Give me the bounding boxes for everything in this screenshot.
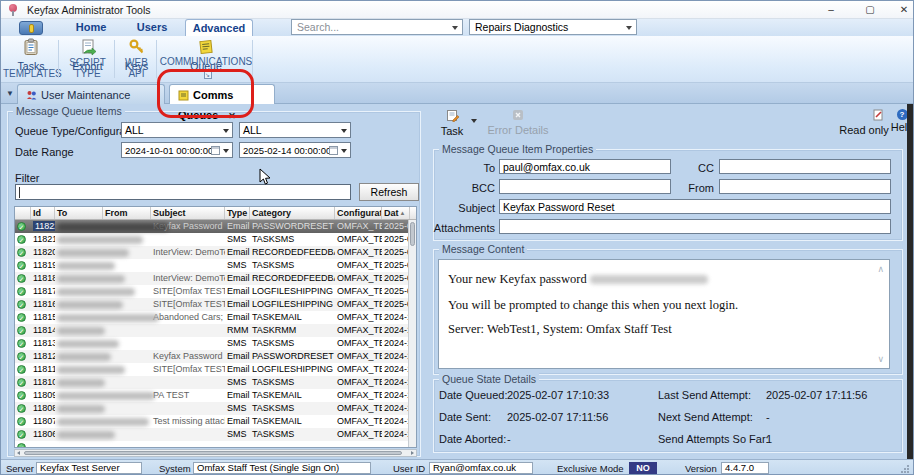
- grid-row[interactable]: ✓11817SITE[Omfax TEST] C...EmailLOGFILES…: [15, 285, 410, 298]
- redacted-recipient: [57, 418, 149, 426]
- next-send-value: -: [766, 411, 770, 423]
- ribbon: Tasks TEMPLATES Export SCRIPT TYPE Keys …: [1, 36, 914, 83]
- redacted-recipient: [57, 262, 115, 270]
- col-date[interactable]: Dat▲: [382, 207, 410, 219]
- system-value: Omfax Staff Test (Single Sign On): [193, 462, 371, 474]
- tab-advanced[interactable]: Advanced: [185, 19, 253, 36]
- grid-row[interactable]: ✓11807Test missing attachm...EmailTASKEM…: [15, 415, 410, 428]
- col-configuration[interactable]: Configurat...: [335, 207, 382, 219]
- subject-field[interactable]: Keyfax Password Reset: [499, 199, 891, 214]
- group-title: Message Queue Items: [13, 105, 125, 117]
- grid-row[interactable]: ✓11822Keyfax Password ResetEmailPASSWORD…: [15, 220, 410, 233]
- date-to-picker[interactable]: 2025-02-14 00:00:00: [239, 142, 351, 158]
- refresh-button[interactable]: Refresh: [359, 183, 419, 201]
- col-type[interactable]: Type: [225, 207, 250, 219]
- message-content-box[interactable]: Your new Keyfax password You will be pro…: [438, 259, 890, 369]
- scroll-left-icon[interactable]: [17, 451, 20, 455]
- group-caption-templates: TEMPLATES: [3, 68, 59, 79]
- dialog-launcher-icon[interactable]: ↘: [204, 71, 212, 79]
- tab-user-maintenance[interactable]: User Maintenance: [17, 84, 165, 104]
- error-details-button[interactable]: Error Details: [483, 109, 553, 136]
- grid-row[interactable]: ✓11819SMSTASKSMSOMFAX_TEST2025-02: [15, 259, 410, 272]
- grid-vertical-scrollbar[interactable]: [408, 220, 416, 448]
- grid-row[interactable]: ✓11806SMSTASKSMSOMFAX_TE...2024-11: [15, 428, 410, 441]
- maximize-button[interactable]: ▢: [857, 3, 883, 17]
- scrollbar-thumb[interactable]: [410, 222, 415, 246]
- redacted-recipient: [57, 379, 105, 387]
- scroll-right-icon[interactable]: [411, 451, 414, 455]
- attachments-field[interactable]: [499, 219, 891, 234]
- sort-asc-icon: ▲: [400, 210, 406, 216]
- tab-home[interactable]: Home: [63, 19, 119, 36]
- grid-row[interactable]: ✓11820InterView: DemoTest...EmailRECORDE…: [15, 246, 410, 259]
- ribbon-group-communications: Queue COMMUNICATIONS↘: [159, 36, 253, 82]
- grid-row[interactable]: ✓11809PA TESTEmailTASKEMAILOMFAX_TEST202…: [15, 389, 410, 402]
- document-tab-bar: ▼ User Maintenance Comms Queues✕: [1, 83, 914, 104]
- col-status[interactable]: [15, 207, 31, 219]
- scrollbar-thumb[interactable]: [24, 451, 402, 455]
- sent-ok-icon: ✓: [17, 235, 26, 244]
- col-id[interactable]: Id: [31, 207, 55, 219]
- app-menu-button[interactable]: [19, 21, 43, 35]
- tasks-button[interactable]: Tasks: [3, 38, 59, 72]
- col-to[interactable]: To: [55, 207, 103, 219]
- ribbon-group-templates: Tasks TEMPLATES: [3, 36, 59, 82]
- sent-ok-icon: ✓: [17, 274, 26, 283]
- task-button[interactable]: Task: [435, 109, 469, 137]
- grid-row[interactable]: ✓11810SMSTASKSMSOMFAX_TEST2024-11: [15, 376, 410, 389]
- message-line-3: Server: WebTest1, System: Omfax Staff Te…: [448, 322, 672, 337]
- from-field[interactable]: [719, 179, 891, 194]
- group-separator: [114, 40, 115, 78]
- grid-row[interactable]: ✓11813SMSTASKSMSOMFAX_TEST2024-12: [15, 337, 410, 350]
- grid-row[interactable]: ✓11816SITE[Omfax TEST] C...EmailLOGFILES…: [15, 298, 410, 311]
- sent-ok-icon: ✓: [17, 313, 26, 322]
- search-input[interactable]: Search...: [291, 19, 463, 35]
- cc-field[interactable]: [719, 159, 891, 174]
- server-label: Server: [6, 463, 34, 474]
- export-script-icon: [79, 38, 97, 56]
- queue-type-dropdown[interactable]: ALL: [121, 122, 233, 138]
- calendar-icon: [329, 146, 338, 155]
- grid-row[interactable]: ✓11814RMMTASKRMMOMFAX_TEST2024-12: [15, 324, 410, 337]
- bcc-label: BCC: [455, 182, 495, 194]
- col-from[interactable]: From: [103, 207, 151, 219]
- bcc-field[interactable]: [499, 179, 671, 194]
- scroll-down-icon[interactable]: ∨: [877, 354, 884, 364]
- redacted-recipient: [57, 405, 105, 413]
- grid-row[interactable]: ✓11821SMSTASKSMSOMFAX_TEST2025-02: [15, 233, 410, 246]
- col-subject[interactable]: Subject: [151, 207, 225, 219]
- title-bar: Keyfax Administrator Tools – ▢ ✕: [1, 1, 914, 19]
- grid-row[interactable]: ✓11812Keyfax Password ResetEmailPASSWORD…: [15, 350, 410, 363]
- filter-input[interactable]: [15, 184, 351, 200]
- sent-ok-icon: ✓: [17, 287, 26, 296]
- chevron-down-icon: [452, 26, 458, 30]
- grid-horizontal-scrollbar[interactable]: [14, 449, 417, 457]
- minimize-button[interactable]: –: [818, 3, 844, 17]
- chevron-down-icon: [626, 26, 632, 30]
- tab-list-chevron-icon[interactable]: ▼: [6, 89, 14, 98]
- user-id-value: Ryan@omfax.co.uk: [429, 462, 533, 474]
- context-selector[interactable]: Repairs Diagnostics: [469, 19, 637, 35]
- close-button[interactable]: ✕: [891, 3, 914, 17]
- last-send-value: 2025-02-07 17:11:56: [766, 389, 867, 401]
- ribbon-group-web-api: Keys WEB API: [116, 36, 157, 82]
- tab-users[interactable]: Users: [125, 19, 179, 36]
- resize-grip[interactable]: [901, 465, 910, 474]
- grid-row[interactable]: ✓11815Abandoned Cars; T; ...EmailTASKEMA…: [15, 311, 410, 324]
- date-from-picker[interactable]: 2024-10-01 00:00:00: [121, 142, 233, 158]
- configuration-dropdown[interactable]: ALL: [239, 122, 351, 138]
- grid-row[interactable]: ✓11818InterView: DemoTest...EmailRECORDE…: [15, 272, 410, 285]
- grid-row[interactable]: ✓11811SITE[Omfax TEST] C...EmailLOGFILES…: [15, 363, 410, 376]
- sent-ok-icon: ✓: [17, 391, 26, 400]
- grid-row[interactable]: ✓11808SMSTASKSMSOMFAX_TEST2024-11: [15, 402, 410, 415]
- scroll-up-icon[interactable]: ∧: [877, 264, 884, 274]
- col-category[interactable]: Category: [250, 207, 335, 219]
- task-dropdown-icon[interactable]: [471, 119, 477, 123]
- to-field[interactable]: paul@omfax.co.uk: [499, 159, 671, 174]
- users-icon: [26, 87, 37, 98]
- date-aborted-value: -: [507, 433, 511, 445]
- clipboard-tasks-icon: [22, 38, 40, 56]
- group-title: Message Queue Item Properties: [439, 143, 596, 155]
- tab-comms-queues[interactable]: Comms Queues✕: [169, 84, 275, 104]
- grid-row[interactable]: ✓: [15, 441, 410, 448]
